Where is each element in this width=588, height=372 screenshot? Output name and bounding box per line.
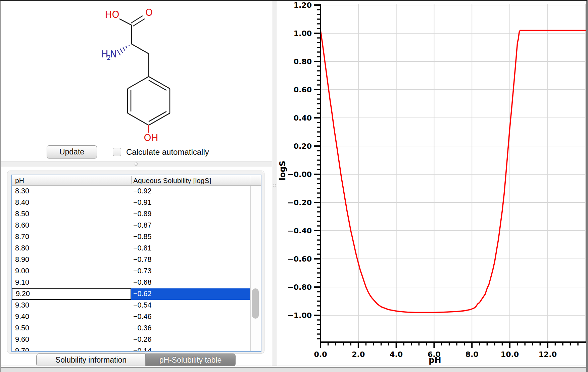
table-row[interactable]: 8.80−0.81: [12, 243, 261, 254]
svg-text:−0.80: −0.80: [287, 283, 312, 291]
solubility-cell[interactable]: −0.68: [131, 277, 250, 288]
table-row[interactable]: 9.60−0.26: [12, 334, 261, 345]
table-row[interactable]: 9.50−0.36: [12, 323, 261, 334]
tab-solubility-information[interactable]: Solubility information: [36, 354, 146, 367]
ph-cell[interactable]: 8.50: [12, 208, 131, 220]
table-row[interactable]: 8.30−0.92: [12, 186, 261, 197]
x-axis-title: pH: [429, 356, 441, 365]
solubility-cell[interactable]: −0.85: [131, 231, 250, 243]
ph-cell[interactable]: 9.30: [12, 300, 131, 311]
solubility-cell[interactable]: −0.62: [131, 288, 250, 300]
table-row[interactable]: 9.70−0.14: [12, 345, 261, 352]
ph-solubility-table: pH Aqueous Solubility [logS] 8.30−0.928.…: [11, 175, 261, 352]
ph-cell[interactable]: 9.50: [12, 323, 131, 334]
ph-cell[interactable]: 8.70: [12, 231, 131, 243]
table-header: pH Aqueous Solubility [logS]: [12, 175, 261, 186]
tab-ph-solubility-table[interactable]: pH-Solubility table: [146, 354, 236, 367]
ph-cell[interactable]: 9.60: [12, 334, 131, 345]
calculate-automatically-label: Calculate automatically: [126, 147, 209, 157]
splitter-handle-icon[interactable]: [135, 162, 138, 166]
table-row[interactable]: 8.60−0.87: [12, 220, 261, 231]
table-body: 8.30−0.928.40−0.918.50−0.898.60−0.878.70…: [12, 186, 261, 352]
solubility-cell[interactable]: −0.36: [131, 323, 250, 334]
left-panel: HO O H 2 N OH Update Calculate automatic…: [1, 1, 272, 366]
solubility-cell[interactable]: −0.87: [131, 220, 250, 231]
table-row[interactable]: 8.40−0.91: [12, 197, 261, 208]
y-tick-labels: 1.201.000.800.600.400.20−0.00−0.20−0.40−…: [287, 1, 312, 320]
svg-text:1.20: 1.20: [294, 1, 312, 9]
x-axis-ticks: [321, 342, 578, 348]
vertical-splitter[interactable]: [272, 1, 277, 366]
window-bottom-edge: [1, 366, 588, 372]
ph-cell[interactable]: 9.70: [12, 345, 131, 352]
axes: [320, 4, 587, 343]
y-axis-title: logS: [278, 160, 287, 180]
svg-text:4.0: 4.0: [390, 350, 403, 359]
solubility-cell[interactable]: −0.73: [131, 266, 250, 277]
svg-text:0.60: 0.60: [294, 86, 312, 94]
ph-cell[interactable]: 8.90: [12, 254, 131, 266]
solubility-cell[interactable]: −0.81: [131, 243, 250, 254]
atom-label-ho: HO: [105, 9, 119, 20]
ph-cell[interactable]: 9.40: [12, 311, 131, 323]
solubility-cell[interactable]: −0.92: [131, 186, 250, 197]
svg-text:2.0: 2.0: [352, 350, 365, 359]
svg-text:1.00: 1.00: [294, 29, 312, 38]
solubility-predictor-window: HO O H 2 N OH Update Calculate automatic…: [0, 0, 588, 372]
solubility-cell[interactable]: −0.14: [131, 345, 250, 352]
table-row[interactable]: 9.00−0.73: [12, 266, 261, 277]
solubility-cell[interactable]: −0.46: [131, 311, 250, 323]
column-header-ph[interactable]: pH: [15, 177, 131, 185]
horizontal-splitter[interactable]: [1, 161, 272, 167]
atom-label-o: O: [145, 7, 153, 18]
column-divider[interactable]: [131, 176, 132, 184]
scrollbar-thumb[interactable]: [252, 288, 259, 319]
column-header-solubility[interactable]: Aqueous Solubility [logS]: [133, 177, 234, 185]
svg-text:0.80: 0.80: [294, 57, 312, 66]
svg-text:−0.00: −0.00: [287, 170, 312, 179]
table-row[interactable]: 9.30−0.54: [12, 300, 261, 311]
bond-lines: [119, 16, 170, 133]
svg-text:−0.60: −0.60: [287, 255, 312, 263]
ph-cell[interactable]: 9.10: [12, 277, 131, 288]
table-row[interactable]: 9.10−0.68: [12, 277, 261, 288]
atom-labels: HO O H 2 N OH: [101, 7, 158, 143]
table-row[interactable]: 8.50−0.89: [12, 208, 261, 220]
ph-cell[interactable]: 9.00: [12, 266, 131, 277]
ph-cell[interactable]: 8.80: [12, 243, 131, 254]
ph-cell[interactable]: 9.20: [12, 288, 131, 300]
chart-panel: 1.201.000.800.600.400.20−0.00−0.20−0.40−…: [277, 1, 587, 369]
ph-cell[interactable]: 8.40: [12, 197, 131, 208]
table-row[interactable]: 8.70−0.85: [12, 231, 261, 243]
atom-label-amine-n: N: [110, 49, 117, 60]
calculate-automatically-checkbox[interactable]: [113, 148, 121, 156]
y-axis-ticks: [314, 5, 321, 339]
stereo-hash-wedge: [117, 45, 130, 55]
gridlines: [321, 4, 587, 342]
svg-text:−1.00: −1.00: [287, 311, 312, 320]
svg-text:0.40: 0.40: [294, 114, 312, 122]
svg-text:8.0: 8.0: [466, 350, 479, 359]
svg-text:0.20: 0.20: [294, 142, 312, 150]
molecule-structure-tyrosine: HO O H 2 N OH: [1, 1, 272, 161]
solubility-cell[interactable]: −0.26: [131, 334, 250, 345]
svg-text:12.0: 12.0: [539, 350, 557, 359]
solubility-cell[interactable]: −0.54: [131, 300, 250, 311]
ph-cell[interactable]: 8.30: [12, 186, 131, 197]
column-divider[interactable]: [251, 176, 251, 184]
solubility-curve: [321, 31, 587, 313]
table-row[interactable]: 9.40−0.46: [12, 311, 261, 323]
table-scrollbar[interactable]: [250, 186, 261, 351]
svg-text:−0.40: −0.40: [287, 227, 312, 235]
solubility-cell[interactable]: −0.78: [131, 254, 250, 266]
solubility-cell[interactable]: −0.91: [131, 197, 250, 208]
table-panel: pH Aqueous Solubility [logS] 8.30−0.928.…: [7, 171, 264, 354]
ph-cell[interactable]: 8.60: [12, 220, 131, 231]
table-row[interactable]: 9.20−0.62: [12, 288, 261, 300]
splitter-handle-icon[interactable]: [273, 184, 276, 187]
update-button[interactable]: Update: [47, 145, 97, 158]
svg-text:0.0: 0.0: [314, 350, 327, 359]
ph-solubility-chart: 1.201.000.800.600.400.20−0.00−0.20−0.40−…: [277, 1, 587, 369]
solubility-cell[interactable]: −0.89: [131, 208, 250, 220]
table-row[interactable]: 8.90−0.78: [12, 254, 261, 266]
